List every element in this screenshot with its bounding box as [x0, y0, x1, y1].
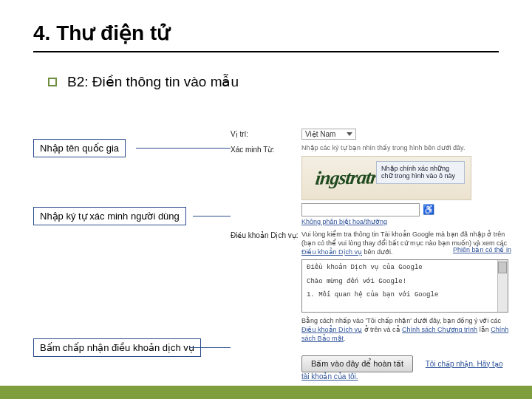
slide-title: 4. Thư điện tử — [33, 21, 499, 52]
captcha-hint: Nhập các ký tự bạn nhìn thấy trong hình … — [301, 144, 511, 153]
signup-form-screenshot: Vị trí: Việt Nam Xác minh Từ: Nhập các k… — [231, 129, 511, 385]
leader-line — [136, 148, 231, 149]
location-value: Việt Nam — [305, 130, 335, 138]
finish-button[interactable]: Bấm vào đây để hoàn tất — [301, 355, 413, 372]
captcha-input[interactable] — [301, 203, 420, 216]
leader-line — [189, 347, 231, 348]
callout-accept: Bấm chấp nhận điều khoản dịch vụ — [33, 338, 201, 357]
captcha-glyphs: ingstratr — [314, 166, 378, 189]
tos-line: 1. Mối quan hệ của bạn với Google — [307, 290, 503, 300]
captcha-tooltip: Nhập chính xác những chữ trong hình vào … — [376, 161, 465, 185]
tos-line: Chào mừng đến với Google! — [307, 277, 503, 287]
printable-version-link[interactable]: Phiên bản có thể in — [453, 246, 511, 253]
callout-country: Nhập tên quốc gia — [33, 139, 126, 157]
slide-footer-bar — [0, 386, 532, 399]
captcha-note: Không phân biệt hoa/thường — [301, 218, 511, 225]
location-label: Vị trí: — [231, 129, 301, 138]
tos-textarea[interactable]: Điều khoản Dịch vụ của Google Chào mừng … — [301, 259, 508, 313]
program-policy-link[interactable]: Chính sách Chương trình — [402, 326, 477, 333]
captcha-image: ingstratr Nhập chính xác những chữ trong… — [301, 156, 471, 200]
leader-line — [193, 216, 231, 216]
tos-label: Điều khoản Dịch vụ: — [231, 230, 301, 239]
subtitle-row: B2: Điền thông tin vào mẫu — [33, 73, 499, 90]
subtitle-text: B2: Điền thông tin vào mẫu — [67, 73, 239, 90]
tos-line: Điều khoản Dịch vụ của Google — [307, 263, 503, 273]
accessibility-icon[interactable]: ♿ — [423, 204, 434, 216]
chevron-down-icon — [347, 132, 352, 136]
bullet-icon — [48, 78, 57, 86]
scrollbar-thumb[interactable] — [498, 262, 507, 273]
agree-text: Bằng cách nhấp vào 'Tôi chấp nhận' dưới … — [301, 316, 511, 343]
scrollbar[interactable] — [497, 260, 508, 312]
tos-link[interactable]: Điều khoản Dịch vụ — [301, 248, 362, 256]
callout-captcha: Nhập ký tự xác minh người dùng — [33, 207, 186, 225]
location-dropdown[interactable]: Việt Nam — [301, 129, 356, 140]
captcha-label: Xác minh Từ: — [231, 144, 301, 154]
terms-link[interactable]: Điều khoản Dịch vụ — [301, 326, 362, 333]
